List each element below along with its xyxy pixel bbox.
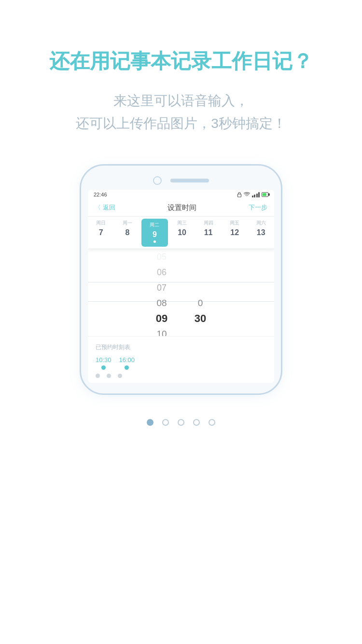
page-dot-4[interactable]: [193, 419, 200, 426]
signal-bars: [252, 192, 260, 197]
nav-bar[interactable]: 〈 返回 设置时间 下一步: [88, 199, 274, 217]
time-minute-col[interactable]: 0 30: [181, 249, 220, 336]
cal-day-sat[interactable]: 周六 13: [248, 217, 274, 249]
phone-screen: 22:46: [88, 190, 274, 383]
schedule-dots-row: [96, 374, 266, 378]
phone-speaker: [170, 179, 209, 182]
nav-next-button[interactable]: 下一步: [249, 203, 267, 212]
time-picker[interactable]: 05 06 07 08 09 10 11 12 13: [88, 249, 274, 336]
svg-rect-0: [237, 194, 241, 197]
page-dot-1[interactable]: [147, 419, 153, 426]
status-time: 22:46: [94, 192, 107, 197]
schedule-time-1600: 16:00: [119, 356, 135, 370]
calendar-week: 周日 7 周一 8 周二 9 周三 10 周四 11: [88, 217, 274, 249]
cal-day-fri[interactable]: 周五 12: [222, 217, 248, 249]
page-dot-3[interactable]: [178, 419, 184, 426]
hero-subtitle: 来这里可以语音输入， 还可以上传作品图片，3秒钟搞定！: [47, 89, 315, 135]
pagination: [147, 419, 215, 426]
schedule-section: 已预约时刻表 10:30 16:00: [88, 336, 274, 383]
cal-day-sun[interactable]: 周日 7: [88, 217, 114, 249]
status-bar: 22:46: [88, 190, 274, 199]
schedule-time-1030: 10:30: [96, 356, 111, 370]
wifi-icon: [244, 192, 250, 197]
schedule-label: 已预约时刻表: [96, 343, 266, 351]
time-hour-col[interactable]: 05 06 07 08 09 10 11 12 13: [142, 249, 181, 336]
schedule-dot-empty-3: [118, 374, 122, 378]
schedule-dot-empty-1: [96, 374, 100, 378]
phone-mockup: 22:46: [80, 164, 282, 395]
nav-back-button[interactable]: 〈 返回: [95, 203, 115, 212]
phone-top-bar: [88, 176, 274, 185]
cal-day-tue[interactable]: 周二 9: [141, 219, 168, 247]
cal-active-dot: [153, 240, 156, 243]
phone-camera: [153, 176, 162, 185]
cal-day-thu[interactable]: 周四 11: [195, 217, 222, 249]
cal-day-wed[interactable]: 周三 10: [169, 217, 195, 249]
nav-title: 设置时间: [167, 203, 196, 212]
cal-day-mon[interactable]: 周一 8: [114, 217, 141, 249]
hero-title: 还在用记事本记录工作日记？: [30, 48, 332, 75]
schedule-dot-filled-1: [101, 365, 106, 370]
status-icons: [237, 192, 269, 197]
page-dot-5[interactable]: [209, 419, 215, 426]
battery-icon: [262, 192, 268, 197]
schedule-dot-filled-2: [125, 365, 129, 370]
schedule-times: 10:30 16:00: [96, 356, 266, 370]
lock-icon: [237, 192, 242, 197]
page-dot-2[interactable]: [162, 419, 169, 426]
schedule-dot-empty-2: [107, 374, 111, 378]
